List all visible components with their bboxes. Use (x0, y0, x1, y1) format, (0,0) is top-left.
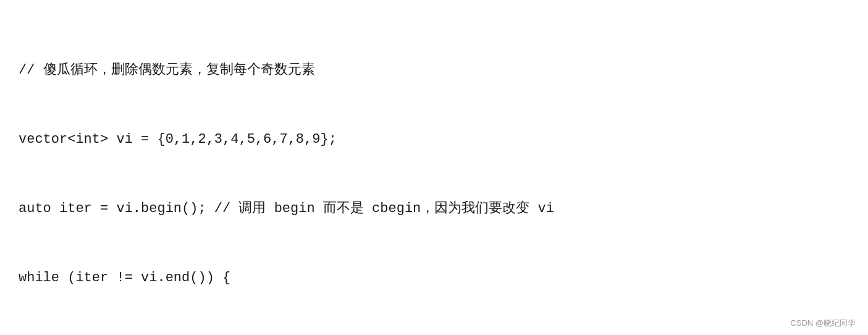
code-line-4: while (iter != vi.end()) { (19, 266, 849, 289)
code-block: // 傻瓜循环，删除偶数元素，复制每个奇数元素 vector<int> vi =… (19, 12, 849, 335)
code-line-1: // 傻瓜循环，删除偶数元素，复制每个奇数元素 (19, 59, 849, 82)
code-line-2: vector<int> vi = {0,1,2,3,4,5,6,7,8,9}; (19, 128, 849, 151)
page-container: // 傻瓜循环，删除偶数元素，复制每个奇数元素 vector<int> vi =… (0, 0, 868, 335)
code-line-3: auto iter = vi.begin(); // 调用 begin 而不是 … (19, 197, 849, 220)
watermark: CSDN @晓纪同学 (790, 318, 856, 329)
